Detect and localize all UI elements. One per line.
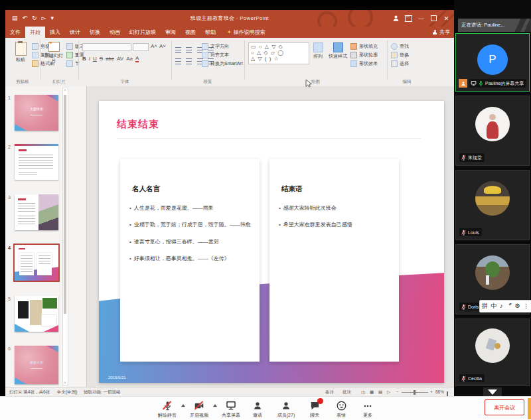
font-name-combobox[interactable]	[82, 43, 131, 51]
tab-slideshow[interactable]: 幻灯片放映	[125, 27, 161, 38]
ime-toolbar[interactable]: 拼 中 ♪ 〞 ⚙ ⋮	[479, 300, 531, 313]
slide-sorter-view-icon[interactable]: ▦	[370, 387, 374, 397]
reactions-button[interactable]: 表情	[328, 398, 354, 419]
font-color-icon[interactable]: A	[135, 55, 139, 62]
grow-font-icon[interactable]: A˄	[151, 43, 157, 49]
quick-styles-button[interactable]: 快速样式	[328, 42, 348, 59]
slide-thumbnail-5[interactable]	[15, 296, 58, 332]
invite-button[interactable]: 邀请	[244, 398, 271, 419]
participant-tile[interactable]: 朱现堂	[455, 96, 530, 166]
italic-button[interactable]: I	[89, 56, 90, 62]
bullets-icon[interactable]	[175, 47, 181, 53]
zoom-percentage[interactable]: 66%	[435, 387, 444, 397]
slide-thumbnail-1[interactable]: 主题班会	[15, 95, 58, 131]
restore-button[interactable]	[427, 10, 440, 27]
zoom-out-button[interactable]: −	[396, 387, 399, 397]
audio-options-caret[interactable]	[181, 398, 186, 407]
group-label-clipboard: 剪贴板	[5, 79, 40, 85]
shape-outline-button[interactable]: 形状轮廓	[350, 52, 378, 58]
reading-view-icon[interactable]: ▤	[378, 387, 382, 397]
tab-help[interactable]: 帮助	[200, 27, 220, 38]
zoom-in-button[interactable]: +	[430, 387, 433, 397]
notes-button[interactable]: 备注	[325, 387, 334, 397]
close-button[interactable]: ✕	[440, 10, 453, 27]
change-case-icon[interactable]: Aa	[126, 56, 133, 62]
strikethrough-button[interactable]: S	[100, 56, 103, 62]
accessibility-status[interactable]: 辅助功能: 一切就绪	[84, 387, 121, 397]
chat-button[interactable]: 聊天	[301, 398, 328, 419]
clear-formatting-icon[interactable]: abc	[106, 56, 114, 62]
text-direction-button[interactable]: 文字方向	[202, 43, 243, 50]
tab-file[interactable]: 文件	[5, 27, 25, 38]
shape-effects-button[interactable]: 形状效果	[350, 60, 378, 67]
align-center-icon[interactable]	[186, 58, 192, 64]
slide-card-closing[interactable]: 结束语 •感谢大家聆听此次班会 •希望大家在群里发表自己感悟	[269, 159, 399, 362]
slide-title[interactable]: 结束结束	[117, 118, 159, 131]
minimize-button[interactable]: —	[415, 10, 427, 27]
video-options-caret[interactable]	[212, 398, 218, 407]
scrollbar-thumb[interactable]	[64, 95, 66, 314]
participant-tile[interactable]: Louis	[455, 170, 530, 240]
paste-icon	[15, 42, 27, 56]
tab-transitions[interactable]: 切换	[85, 27, 105, 38]
convert-smartart-button[interactable]: 转换为SmartArt	[202, 60, 243, 67]
shapes-gallery[interactable]: ▭ ○ △ ▽ ◇ ○ △ ◇ ▱ ◯ △ ▽ ( ) ☆	[248, 42, 309, 64]
invite-icon	[252, 400, 264, 411]
slide-thumbnail-2[interactable]	[15, 144, 58, 180]
find-button[interactable]: 查找	[391, 43, 409, 50]
reset-button[interactable]: 重置	[66, 52, 84, 58]
chevron-down-icon	[488, 389, 497, 395]
arrange-button[interactable]: 排列	[309, 42, 327, 59]
tab-animations[interactable]: 动画	[105, 27, 125, 38]
tell-me-search[interactable]: ✦ 操作说明搜索	[220, 27, 266, 38]
numbering-icon[interactable]	[186, 47, 192, 53]
replace-button[interactable]: 替换	[391, 52, 409, 58]
thumbnail-scrollbar[interactable]: ˄ ˅	[62, 88, 68, 385]
zoom-slider-knob[interactable]	[414, 390, 416, 395]
account-icon[interactable]	[390, 10, 402, 27]
normal-view-icon[interactable]: ◫	[361, 387, 365, 397]
bold-button[interactable]: B	[82, 56, 86, 62]
shape-fill-button[interactable]: 形状填充	[350, 43, 378, 50]
slideshow-view-icon[interactable]: ▷	[387, 387, 390, 397]
participants-button[interactable]: 成员(27)	[271, 398, 301, 419]
slide-thumbnail-6[interactable]: 谢谢大家	[15, 346, 58, 384]
unmute-button[interactable]: 解除静音	[154, 398, 181, 419]
share-screen-button[interactable]: 共享屏幕	[218, 398, 244, 419]
participant-tile[interactable]: Cecilia	[455, 318, 530, 386]
status-bar: 幻灯片 第4张，共6张 中文(中国) 辅助功能: 一切就绪 备注 批注 ◫ ▦ …	[5, 387, 454, 397]
comments-button[interactable]: 批注	[342, 387, 351, 397]
slide-thumbnail-4-selected[interactable]	[15, 245, 58, 281]
slide-card-quotes[interactable]: 名人名言 •人生是花，而爱是花蜜。——雨果 •业精于勤，荒于嬉；行成于思，毁于随…	[120, 159, 260, 362]
character-spacing-icon[interactable]: AV	[117, 56, 123, 62]
current-slide[interactable]: 结束结束 名人名言 •人生是花，而爱是花蜜。——雨果 •业精于勤，荒于嬉；行成于…	[99, 101, 444, 383]
scroll-down-icon[interactable]: ˅	[63, 381, 67, 385]
font-size-combobox[interactable]	[133, 43, 149, 51]
collapse-panel-button[interactable]	[483, 387, 502, 396]
more-button[interactable]: 更多	[354, 398, 381, 419]
leave-meeting-button[interactable]: 离开会议	[485, 399, 524, 415]
section-button[interactable]: 节	[66, 60, 84, 67]
align-text-button[interactable]: 对齐文本	[202, 52, 243, 58]
ribbon-display-options-icon[interactable]	[402, 10, 415, 27]
new-slide-button[interactable]: 新建幻灯片	[42, 42, 65, 63]
underline-button[interactable]: U	[93, 56, 97, 62]
select-button[interactable]: 选择	[391, 60, 409, 67]
tab-insert[interactable]: 插入	[45, 27, 65, 38]
paste-button[interactable]: 粘贴	[11, 42, 31, 62]
zoom-slider[interactable]	[402, 392, 428, 393]
tab-home[interactable]: 开始	[25, 27, 45, 38]
tab-view[interactable]: 视图	[181, 27, 200, 38]
layout-button[interactable]: 版式	[66, 43, 84, 50]
slide-thumbnail-3[interactable]	[15, 194, 58, 230]
tab-review[interactable]: 审阅	[161, 27, 181, 38]
share-button[interactable]: 共享	[432, 27, 450, 38]
tab-design[interactable]: 设计	[65, 27, 85, 38]
align-left-icon[interactable]	[175, 58, 181, 64]
shrink-font-icon[interactable]: A˅	[159, 43, 166, 49]
chat-unread-badge	[317, 398, 323, 404]
start-video-button[interactable]: 开启视频	[186, 398, 212, 419]
scroll-up-icon[interactable]: ˄	[63, 88, 67, 92]
participant-tile-pauline[interactable]: P Pauline的屏幕共享	[455, 33, 530, 92]
language-indicator[interactable]: 中文(中国)	[57, 387, 77, 397]
